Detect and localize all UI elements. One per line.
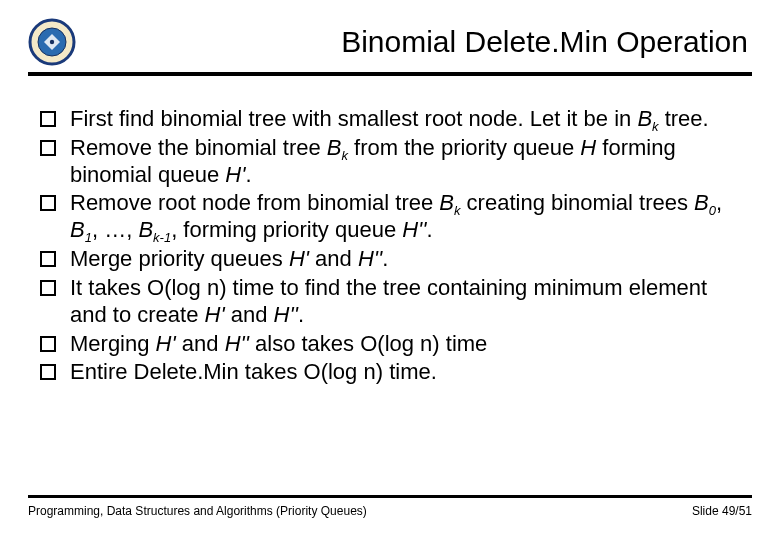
- bullet-item: Entire Delete.Min takes O(log n) time.: [40, 359, 746, 386]
- slide: Binomial Delete.Min Operation First find…: [0, 0, 780, 540]
- bullet-text: Remove root node from binomial tree Bk c…: [70, 190, 746, 244]
- square-bullet-icon: [40, 364, 56, 380]
- square-bullet-icon: [40, 195, 56, 211]
- bullet-item: Merge priority queues H' and H''.: [40, 246, 746, 273]
- bullet-text: It takes O(log n) time to find the tree …: [70, 275, 746, 329]
- footer-right: Slide 49/51: [692, 504, 752, 518]
- slide-footer: Programming, Data Structures and Algorit…: [28, 495, 752, 518]
- slide-body: First find binomial tree with smallest r…: [28, 76, 752, 386]
- bullet-text: Merging H' and H'' also takes O(log n) t…: [70, 331, 487, 358]
- footer-left: Programming, Data Structures and Algorit…: [28, 504, 367, 518]
- bullet-item: Remove the binomial tree Bk from the pri…: [40, 135, 746, 189]
- square-bullet-icon: [40, 140, 56, 156]
- bullet-text: First find binomial tree with smallest r…: [70, 106, 709, 133]
- square-bullet-icon: [40, 280, 56, 296]
- bullet-text: Merge priority queues H' and H''.: [70, 246, 388, 273]
- bullet-item: Merging H' and H'' also takes O(log n) t…: [40, 331, 746, 358]
- bullet-item: First find binomial tree with smallest r…: [40, 106, 746, 133]
- bullet-text: Entire Delete.Min takes O(log n) time.: [70, 359, 437, 386]
- square-bullet-icon: [40, 251, 56, 267]
- square-bullet-icon: [40, 111, 56, 127]
- bullet-item: It takes O(log n) time to find the tree …: [40, 275, 746, 329]
- square-bullet-icon: [40, 336, 56, 352]
- slide-header: Binomial Delete.Min Operation: [28, 18, 752, 76]
- bullet-text: Remove the binomial tree Bk from the pri…: [70, 135, 746, 189]
- svg-point-2: [50, 40, 54, 44]
- slide-title: Binomial Delete.Min Operation: [76, 25, 752, 59]
- logo-icon: [28, 18, 76, 66]
- bullet-item: Remove root node from binomial tree Bk c…: [40, 190, 746, 244]
